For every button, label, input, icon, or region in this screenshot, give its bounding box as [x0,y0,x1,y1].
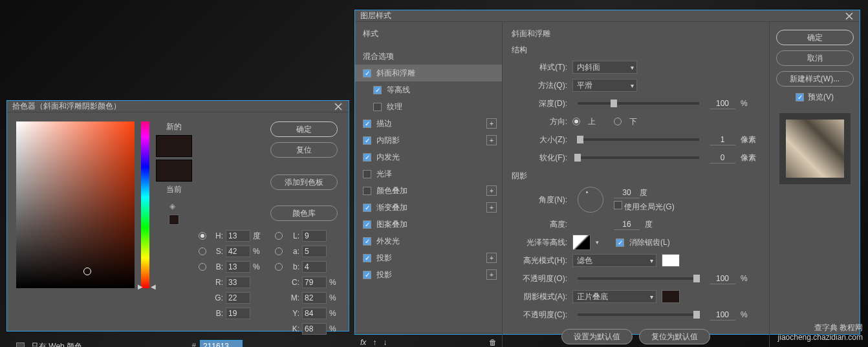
drop-shadow2-row[interactable]: 投影+ [355,266,502,283]
new-color-swatch[interactable] [156,135,192,157]
outer-glow-checkbox[interactable] [363,237,371,246]
style-select[interactable]: 内斜面 [572,61,637,74]
bevel-row[interactable]: 斜面和浮雕 [355,65,502,81]
add-icon[interactable]: + [486,253,497,263]
ok-button[interactable]: 确定 [776,30,854,45]
antialias-checkbox[interactable] [616,238,624,247]
make-default-button[interactable]: 设置为默认值 [561,329,633,344]
lb-input[interactable] [302,261,327,273]
inner-glow-checkbox[interactable] [363,153,371,162]
add-icon[interactable]: + [486,118,497,129]
preview-checkbox[interactable] [796,93,804,101]
cancel-button[interactable]: 取消 [776,50,854,66]
depth-slider[interactable] [578,102,699,105]
l-input[interactable] [302,230,327,242]
h-input[interactable] [226,230,250,242]
inner-shadow-checkbox[interactable] [363,136,371,145]
technique-select[interactable]: 平滑 [572,79,637,92]
highlight-opacity-input[interactable] [710,273,735,284]
add-icon[interactable]: + [486,269,497,280]
drop-shadow1-row[interactable]: 投影+ [355,249,502,266]
a-input[interactable] [302,246,327,257]
saturation-value-field[interactable] [16,121,135,288]
inner-glow-row[interactable]: 内发光 [355,149,502,165]
add-icon[interactable]: + [486,135,497,145]
add-icon[interactable]: + [486,185,497,196]
pattern-overlay-row[interactable]: 图案叠加 [355,216,502,233]
bevel-checkbox[interactable] [363,69,371,78]
size-slider[interactable] [578,138,699,141]
trash-icon[interactable]: 🗑 [489,338,497,347]
picker-titlebar[interactable]: 拾色器（斜面和浮雕阴影颜色） [7,101,349,112]
stroke-checkbox[interactable] [363,120,371,128]
satin-checkbox[interactable] [363,170,371,178]
contour-checkbox[interactable] [373,86,382,94]
close-icon[interactable] [844,11,854,21]
gloss-contour-picker[interactable] [572,235,591,250]
web-only-checkbox[interactable] [16,342,25,348]
highlight-mode-select[interactable]: 滤色 [572,254,656,267]
size-input[interactable] [710,134,735,145]
soften-input[interactable] [710,152,735,163]
h-radio[interactable] [199,232,206,240]
texture-row[interactable]: 纹理 [355,98,502,115]
highlight-color[interactable] [662,254,680,267]
a-radio[interactable] [275,247,283,255]
gradient-overlay-checkbox[interactable] [363,204,371,212]
color-overlay-row[interactable]: 颜色叠加+ [355,182,502,199]
lb-radio[interactable] [275,263,283,271]
current-color-swatch[interactable] [156,160,192,182]
soften-slider[interactable] [578,156,699,159]
blend-options-row[interactable]: 混合选项 [355,48,502,65]
shadow-opacity-slider[interactable] [578,313,699,316]
texture-checkbox[interactable] [373,103,382,111]
outer-glow-row[interactable]: 外发光 [355,233,502,249]
fx-label[interactable]: fx [360,338,366,347]
y-input[interactable] [302,308,327,319]
contour-row[interactable]: 等高线 [355,81,502,98]
drop-shadow2-checkbox[interactable] [363,271,371,279]
color-libraries-button[interactable]: 颜色库 [270,205,338,221]
s-radio[interactable] [199,247,206,255]
r-input[interactable] [226,277,250,288]
drop-shadow1-checkbox[interactable] [363,254,371,262]
b2-input[interactable] [226,308,250,319]
reset-default-button[interactable]: 复位为默认值 [639,329,710,344]
global-light-checkbox[interactable] [614,201,622,209]
s-input[interactable] [226,246,250,257]
arrow-down-icon[interactable]: ↓ [383,338,387,347]
shadow-mode-select[interactable]: 正片叠底 [572,290,656,303]
inner-shadow-row[interactable]: 内阴影+ [355,132,502,149]
angle-dial[interactable] [578,187,603,213]
b-radio[interactable] [199,263,206,271]
hex-input[interactable] [200,340,243,347]
layer-titlebar[interactable]: 图层样式 [355,10,860,22]
g-input[interactable] [226,292,250,304]
c-input[interactable] [302,277,327,288]
b-input[interactable] [226,261,250,273]
angle-input[interactable] [614,187,640,198]
depth-input[interactable] [710,98,735,109]
close-icon[interactable] [333,101,343,112]
reset-button[interactable]: 复位 [270,142,338,158]
l-radio[interactable] [275,232,283,240]
shadow-opacity-input[interactable] [710,309,735,321]
highlight-opacity-slider[interactable] [578,277,699,280]
ok-button[interactable]: 确定 [270,121,338,137]
dir-up-radio[interactable] [572,118,580,125]
m-input[interactable] [302,292,327,304]
gamut-warning-icon[interactable] [169,215,179,225]
satin-row[interactable]: 光泽 [355,165,502,182]
shadow-color[interactable] [662,290,680,303]
altitude-input[interactable] [614,218,640,230]
dir-down-radio[interactable] [614,118,622,125]
gradient-overlay-row[interactable]: 渐变叠加+ [355,199,502,216]
stroke-row[interactable]: 描边+ [355,115,502,132]
arrow-up-icon[interactable]: ↑ [373,338,376,347]
pattern-overlay-checkbox[interactable] [363,220,371,229]
add-icon[interactable]: + [486,202,497,213]
add-swatch-button[interactable]: 添加到色板 [270,174,338,190]
hue-slider[interactable]: ▶◀ [141,121,149,288]
k-input[interactable] [302,323,327,335]
new-style-button[interactable]: 新建样式(W)... [776,71,854,87]
